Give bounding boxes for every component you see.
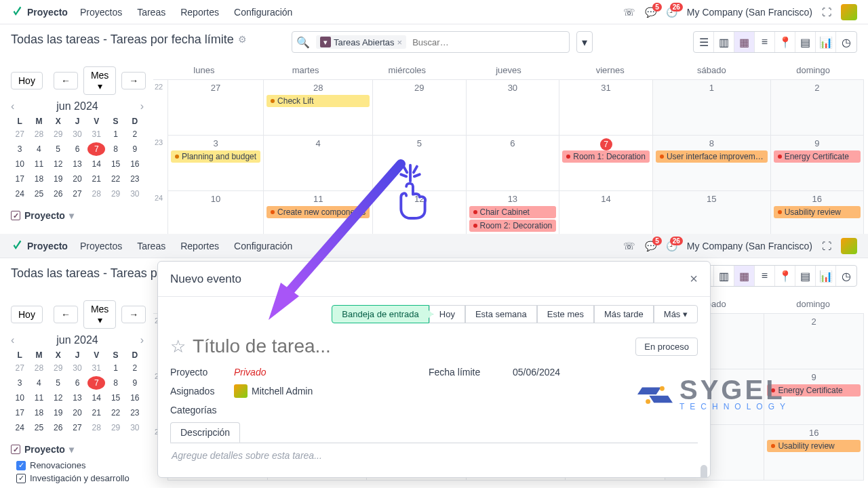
search-dropdown[interactable]: ▾ [576, 31, 593, 53]
mini-day[interactable]: 11 [30, 391, 47, 405]
day-cell[interactable]: 6 [467, 136, 560, 191]
day-cell[interactable]: 3 Planning and budget [168, 136, 264, 191]
pill-week[interactable]: Esta semana [465, 305, 537, 323]
event[interactable]: User interface improvem… [656, 150, 768, 163]
mini-day[interactable]: 12 [50, 157, 67, 171]
mini-day[interactable]: 28 [87, 187, 105, 201]
mini-day[interactable]: 29 [50, 127, 67, 141]
mini-day[interactable]: 10 [11, 157, 28, 171]
day-cell[interactable]: 27 [168, 80, 264, 136]
mini-day[interactable]: 21 [87, 172, 105, 186]
mini-next-icon[interactable]: › [140, 100, 144, 113]
mini-day[interactable]: 5 [50, 142, 67, 156]
range-button[interactable]: Mes ▾ [83, 66, 116, 95]
mini-day[interactable]: 27 [11, 361, 28, 375]
mini-day[interactable]: 27 [68, 187, 86, 201]
mini-day[interactable]: 26 [50, 187, 67, 201]
view-pivot[interactable]: ▤ [795, 32, 816, 52]
event[interactable]: Room 1: Decoration [562, 150, 650, 163]
event[interactable]: Usability review [774, 206, 861, 218]
mini-day[interactable]: 28 [87, 421, 105, 434]
mini-day[interactable]: 31 [87, 361, 105, 375]
view-kanban[interactable]: ▥ [714, 32, 734, 52]
mini-day[interactable]: 23 [126, 406, 144, 420]
mini-day[interactable]: 22 [106, 172, 124, 186]
nav-config[interactable]: Configuración [234, 7, 292, 18]
day-cell[interactable]: 8 User interface improvem… [653, 136, 771, 191]
status-button[interactable]: En proceso [635, 338, 698, 356]
mini-day[interactable]: 30 [126, 187, 144, 201]
mini-day[interactable]: 14 [87, 391, 105, 405]
mini-day[interactable]: 2 [126, 127, 144, 141]
filter-sub-renov[interactable]: Renovaciones [0, 459, 153, 472]
mini-day[interactable]: 29 [50, 361, 67, 375]
tab-description[interactable]: Descripción [170, 422, 240, 443]
day-cell[interactable]: 2 [771, 80, 864, 136]
mini-day[interactable]: 19 [50, 172, 67, 186]
day-cell[interactable]: 9 Energy Certificate [771, 136, 864, 191]
mini-day[interactable]: 24 [11, 421, 28, 434]
mini-day[interactable]: 26 [50, 421, 67, 434]
mini-day[interactable]: 6 [68, 376, 86, 390]
mini-day[interactable]: 28 [30, 361, 47, 375]
day-cell[interactable]: 28 Check Lift [264, 80, 373, 136]
day-cell[interactable]: 31 [559, 80, 653, 136]
value-project[interactable]: Privado [234, 367, 419, 378]
filter-sub-rd[interactable]: Investigación y desarrollo [0, 472, 153, 485]
mini-day[interactable]: 9 [126, 142, 144, 156]
company-switcher[interactable]: My Company (San Francisco) [687, 7, 812, 18]
mini-day[interactable]: 24 [11, 187, 28, 201]
day-cell[interactable]: 1 [653, 80, 771, 136]
mini-day[interactable]: 4 [30, 376, 47, 390]
chip-remove-icon[interactable]: × [397, 37, 403, 47]
mini-day[interactable]: 17 [11, 406, 28, 420]
mini-day[interactable]: 23 [126, 172, 144, 186]
mini-day[interactable]: 31 [87, 127, 105, 141]
mini-day[interactable]: 25 [30, 187, 47, 201]
pill-more[interactable]: Más ▾ [654, 305, 698, 323]
event[interactable]: Planning and budget [171, 150, 260, 163]
brand[interactable]: Proyecto [11, 6, 68, 18]
mini-day[interactable]: 13 [68, 157, 86, 171]
mini-day[interactable]: 27 [11, 127, 28, 141]
scrollbar[interactable] [701, 465, 707, 477]
expand-icon[interactable]: ⛶ [822, 7, 831, 18]
mini-day[interactable]: 19 [50, 406, 67, 420]
mini-day[interactable]: 6 [68, 142, 86, 156]
view-activity[interactable]: ≡ [755, 32, 775, 52]
description-field[interactable]: Agregue detalles sobre esta tarea... [170, 443, 698, 468]
mini-day[interactable]: 7 [87, 376, 105, 390]
pill-month[interactable]: Este mes [537, 305, 594, 323]
mini-day[interactable]: 20 [68, 406, 86, 420]
view-calendar[interactable]: ▦ [734, 32, 755, 52]
mini-day[interactable]: 18 [30, 406, 47, 420]
day-cell[interactable]: 4 [264, 136, 373, 191]
nav-reportes[interactable]: Reportes [180, 7, 219, 18]
mini-day[interactable]: 8 [106, 376, 124, 390]
pill-today[interactable]: Hoy [429, 305, 465, 323]
mini-day[interactable]: 1 [106, 127, 124, 141]
today-button[interactable]: Hoy [11, 72, 43, 89]
view-clock[interactable]: ◷ [836, 32, 856, 52]
mini-day[interactable]: 16 [126, 157, 144, 171]
mini-day[interactable]: 3 [11, 376, 28, 390]
mini-day[interactable]: 29 [106, 187, 124, 201]
view-graph[interactable]: 📊 [816, 32, 836, 52]
activities-icon[interactable]: 🕘26 [666, 7, 677, 18]
mini-day[interactable]: 10 [11, 391, 28, 405]
mini-day[interactable]: 1 [106, 361, 124, 375]
mini-day[interactable]: 20 [68, 172, 86, 186]
mini-day[interactable]: 2 [126, 361, 144, 375]
mini-day[interactable]: 5 [50, 376, 67, 390]
voip-icon[interactable]: ☏ [623, 7, 635, 18]
mini-day[interactable]: 22 [106, 406, 124, 420]
day-cell[interactable]: 7 Room 1: Decoration [559, 136, 653, 191]
event[interactable]: Chair Cabinet [469, 206, 557, 218]
mini-day[interactable]: 27 [68, 421, 86, 434]
event[interactable]: Check Lift [267, 95, 370, 107]
mini-day[interactable]: 25 [30, 421, 47, 434]
search-chip[interactable]: ▾ Tareas Abiertas × [316, 35, 406, 49]
star-icon[interactable]: ☆ [170, 336, 186, 357]
view-list[interactable]: ☰ [694, 32, 714, 52]
mini-day[interactable]: 9 [126, 376, 144, 390]
